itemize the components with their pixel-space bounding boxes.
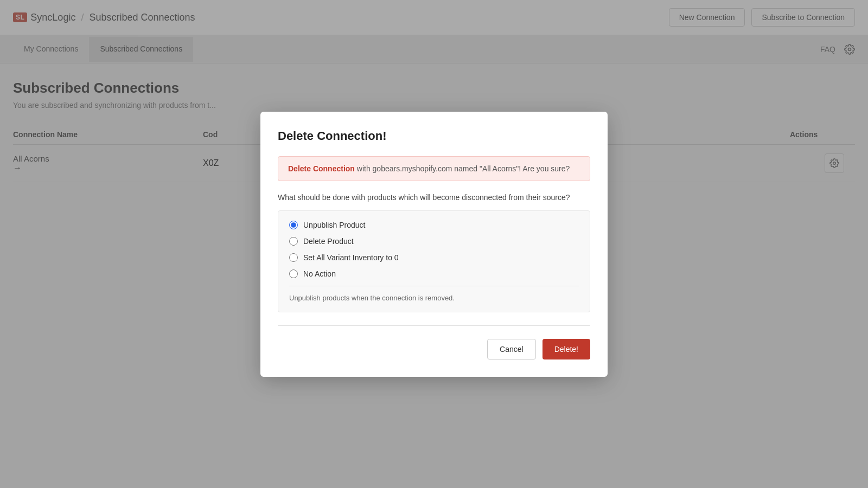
radio-no-action[interactable]	[289, 269, 298, 278]
option-inventory-label: Set All Variant Inventory to 0	[303, 253, 399, 262]
delete-button[interactable]: Delete!	[542, 339, 590, 359]
delete-connection-modal: Delete Connection! Delete Connection wit…	[260, 112, 608, 377]
option-inventory[interactable]: Set All Variant Inventory to 0	[289, 253, 579, 262]
radio-delete[interactable]	[289, 237, 298, 246]
option-note: Unpublish products when the connection i…	[289, 286, 579, 302]
modal-warning: Delete Connection with gobears.myshopify…	[278, 156, 590, 181]
modal-options: Unpublish Product Delete Product Set All…	[278, 210, 590, 312]
option-unpublish[interactable]: Unpublish Product	[289, 221, 579, 229]
modal-question: What should be done with products which …	[278, 193, 590, 202]
option-delete[interactable]: Delete Product	[289, 237, 579, 246]
option-no-action-label: No Action	[303, 269, 336, 278]
option-no-action[interactable]: No Action	[289, 269, 579, 278]
option-unpublish-label: Unpublish Product	[303, 221, 365, 229]
radio-inventory[interactable]	[289, 253, 298, 262]
modal-divider	[278, 325, 590, 326]
modal-actions: Cancel Delete!	[278, 339, 590, 359]
warning-link: Delete Connection	[288, 164, 355, 173]
option-delete-label: Delete Product	[303, 237, 354, 246]
warning-text: with gobears.myshopify.com named "All Ac…	[355, 164, 570, 173]
radio-unpublish[interactable]	[289, 221, 298, 229]
modal-overlay: Delete Connection! Delete Connection wit…	[0, 0, 868, 488]
cancel-button[interactable]: Cancel	[487, 339, 536, 359]
modal-title: Delete Connection!	[278, 129, 590, 143]
